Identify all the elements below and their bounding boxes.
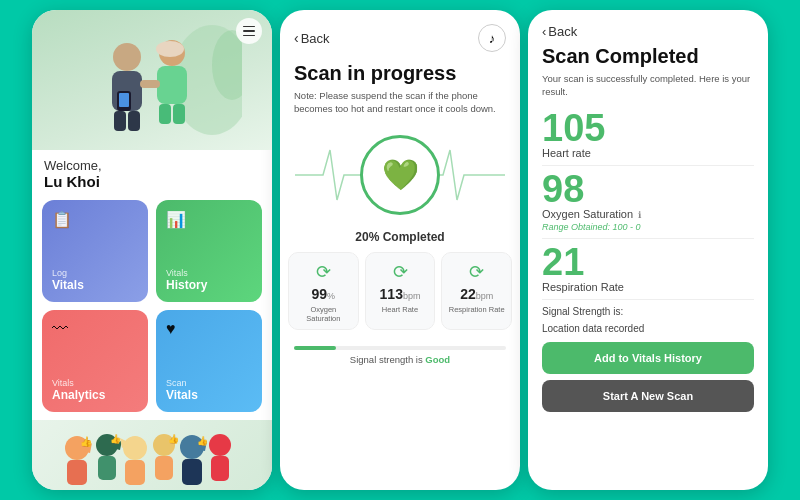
signal-progress-bar-inner	[294, 346, 336, 350]
svg-text:👍: 👍	[80, 435, 93, 448]
log-vitals-tile[interactable]: 📋 Log Vitals	[42, 200, 148, 302]
svg-rect-9	[159, 104, 171, 124]
heart-scan-icon: 💚	[382, 157, 419, 192]
respiration-rate-metric: ⟳ 22bpm Respiration Rate	[441, 252, 512, 330]
oxygen-sat-result-name: Oxygen Saturation ℹ	[542, 208, 754, 220]
phone2-scan: ‹ Back ♪ Scan in progress Note: Please s…	[280, 10, 520, 490]
vitals-history-top-label: Vitals	[166, 268, 252, 278]
svg-rect-4	[114, 111, 126, 131]
phone3-title: Scan Completed	[542, 45, 754, 68]
signal-strength-row: Signal Strength is:	[542, 306, 754, 317]
start-new-scan-button[interactable]: Start A New Scan	[542, 380, 754, 412]
phone3-back-button[interactable]: ‹ Back	[542, 24, 754, 39]
svg-rect-15	[67, 460, 87, 485]
svg-rect-8	[157, 66, 187, 104]
svg-rect-23	[182, 459, 202, 485]
vitals-history-tile[interactable]: 📊 Vitals History	[156, 200, 262, 302]
svg-point-24	[209, 434, 231, 456]
oxygen-sat-result-number: 98	[542, 170, 754, 208]
scan-vitals-top-label: Scan	[166, 378, 252, 388]
vitals-analytics-tile[interactable]: 〰 Vitals Analytics	[42, 310, 148, 412]
oxygen-number: 99	[312, 286, 328, 302]
phone2-header-bar: ‹ Back ♪	[280, 10, 520, 58]
svg-rect-13	[119, 93, 129, 107]
vitals-analytics-top-label: Vitals	[52, 378, 138, 388]
svg-rect-21	[155, 456, 173, 480]
heart-rate-block: 105 Heart rate	[542, 109, 754, 159]
signal-progress-bar-outer	[294, 346, 506, 350]
respiration-label: Respiration Rate	[449, 305, 505, 314]
heart-rate-label: Heart Rate	[382, 305, 418, 314]
scan-circle: 💚	[360, 135, 440, 215]
svg-rect-5	[128, 111, 140, 131]
svg-point-18	[123, 436, 147, 460]
welcome-name: Lu Khoi	[44, 173, 260, 190]
welcome-section: Welcome, Lu Khoi	[32, 150, 272, 196]
wave-icon: 〰	[52, 320, 138, 338]
respiration-block: 21 Respiration Rate	[542, 243, 754, 293]
signal-good-label: Good	[425, 354, 450, 365]
heart-rate-result-name: Heart rate	[542, 147, 754, 159]
phone2-back-label: Back	[301, 31, 330, 46]
menu-icon	[243, 26, 255, 37]
bottom-image: 👍 👍 👍 👍	[32, 420, 272, 490]
welcome-line1: Welcome,	[44, 158, 260, 173]
phone2-title: Scan in progress	[280, 58, 520, 89]
divider-1	[542, 165, 754, 166]
spinner-icon-2: ⟳	[393, 261, 408, 283]
phone2-note: Note: Please suspend the scan if the pho…	[280, 89, 520, 126]
scan-progress-text: 20% Completed	[280, 224, 520, 252]
phone1-home: Welcome, Lu Khoi 📋 Log Vitals 📊 Vitals H…	[32, 10, 272, 490]
location-data-row: Location data recorded	[542, 323, 754, 334]
phone3-header-section: ‹ Back Scan Completed Your scan is succe…	[528, 10, 768, 105]
signal-strength-section: Signal strength is Good	[280, 340, 520, 375]
svg-rect-17	[98, 456, 116, 480]
menu-button[interactable]	[236, 18, 262, 44]
info-icon: ℹ	[638, 210, 641, 220]
music-button[interactable]: ♪	[478, 24, 506, 52]
svg-rect-11	[140, 80, 160, 88]
svg-rect-19	[125, 460, 145, 485]
respiration-value: 22bpm	[460, 285, 493, 303]
add-to-vitals-history-button[interactable]: Add to Vitals History	[542, 342, 754, 374]
signal-text: Signal strength is Good	[294, 354, 506, 365]
hero-image	[32, 10, 272, 150]
svg-rect-25	[211, 456, 229, 481]
phone3-subtitle: Your scan is successfully completed. Her…	[542, 72, 754, 99]
log-vitals-bottom-label: Vitals	[52, 278, 138, 292]
oxygen-sat-block: 98 Oxygen Saturation ℹ Range Obtained: 1…	[542, 170, 754, 232]
phone3-back-label: Back	[548, 24, 577, 39]
phone2-back-button[interactable]: ‹ Back	[294, 30, 330, 46]
log-vitals-top-label: Log	[52, 268, 138, 278]
scan-vitals-tile[interactable]: ♥ Scan Vitals	[156, 310, 262, 412]
svg-point-7	[156, 41, 184, 57]
spinner-icon-3: ⟳	[469, 261, 484, 283]
heart-rate-unit: bpm	[403, 291, 421, 301]
svg-text:👍: 👍	[197, 435, 209, 447]
phone3-results: ‹ Back Scan Completed Your scan is succe…	[528, 10, 768, 490]
vitals-history-bottom-label: History	[166, 278, 252, 292]
back-chevron-icon: ‹	[294, 30, 299, 46]
heart-rate-number: 113	[380, 286, 403, 302]
back-chevron-icon-3: ‹	[542, 24, 546, 39]
svg-rect-10	[173, 104, 185, 124]
scan-animation: 💚	[280, 126, 520, 224]
scan-vitals-bottom-label: Vitals	[166, 388, 252, 402]
respiration-result-number: 21	[542, 243, 754, 281]
respiration-result-name: Respiration Rate	[542, 281, 754, 293]
tile-grid: 📋 Log Vitals 📊 Vitals History 〰 Vitals A…	[32, 196, 272, 420]
heart-rate-value: 113bpm	[380, 285, 421, 303]
oxygen-saturation-metric: ⟳ 99% Oxygen Saturation	[288, 252, 359, 330]
heart-icon: ♥	[166, 320, 252, 338]
svg-point-2	[113, 43, 141, 71]
document-icon: 📋	[52, 210, 138, 229]
heart-rate-result-number: 105	[542, 109, 754, 147]
svg-text:👍: 👍	[110, 433, 122, 445]
music-note-icon: ♪	[489, 31, 496, 46]
divider-3	[542, 299, 754, 300]
respiration-unit: bpm	[476, 291, 494, 301]
respiration-number: 22	[460, 286, 476, 302]
chart-icon: 📊	[166, 210, 252, 229]
oxygen-range: Range Obtained: 100 - 0	[542, 222, 754, 232]
heart-rate-metric: ⟳ 113bpm Heart Rate	[365, 252, 436, 330]
